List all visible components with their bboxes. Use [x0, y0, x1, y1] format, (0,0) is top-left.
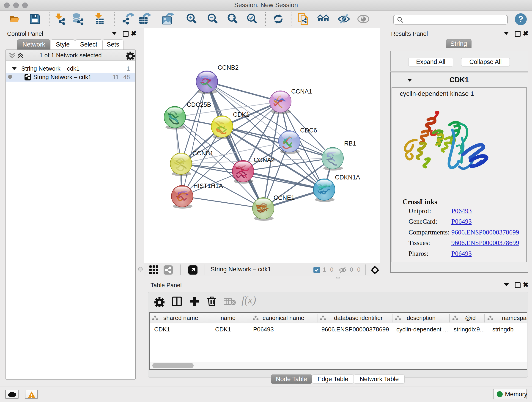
svg-text:CCNB2: CCNB2 — [218, 64, 239, 71]
svg-text:CCNE1: CCNE1 — [273, 194, 295, 201]
svg-text:CDC6: CDC6 — [300, 127, 317, 134]
svg-text:RB1: RB1 — [344, 140, 356, 147]
svg-text:CCNA2: CCNA2 — [254, 157, 275, 163]
svg-text:CCNA1: CCNA1 — [291, 88, 312, 95]
svg-text:?: ? — [518, 14, 523, 24]
svg-text:CDC25B: CDC25B — [187, 101, 211, 108]
svg-text:CCNB1: CCNB1 — [192, 150, 214, 157]
svg-text:CDKN1A: CDKN1A — [335, 174, 360, 181]
svg-text:CDK1: CDK1 — [233, 111, 249, 118]
svg-text:HIST1H1A: HIST1H1A — [193, 182, 223, 189]
